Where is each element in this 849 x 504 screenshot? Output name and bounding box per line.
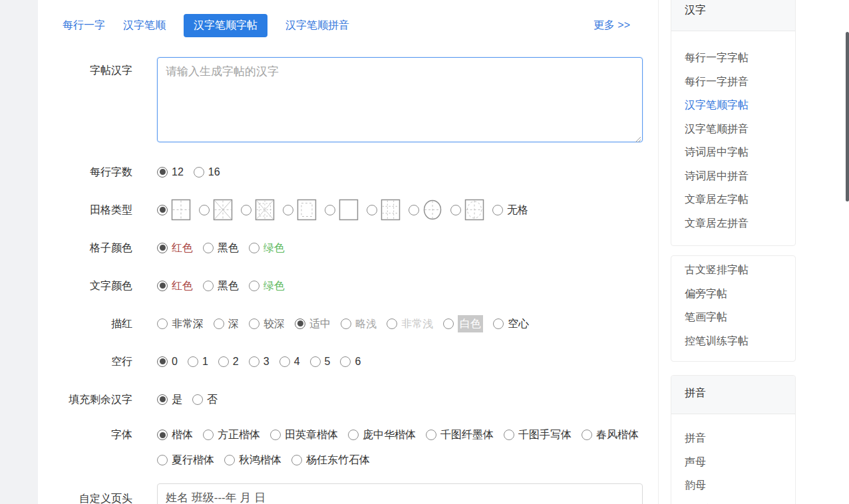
radio-icon bbox=[214, 318, 224, 329]
font-option-qiantu-shouxie[interactable]: 千图手写体 bbox=[504, 426, 572, 443]
font-option-tianyingzhang-kaiti[interactable]: 田英章楷体 bbox=[270, 426, 338, 443]
sidebar-item-poem-center-pinyin[interactable]: 诗词居中拼音 bbox=[671, 164, 795, 188]
sidebar-group-hanzi: 汉字 每行一字字帖 每行一字拼音 汉字笔顺字帖 汉字笔顺拼音 诗词居中字帖 诗词… bbox=[671, 0, 796, 246]
font-option-qiuhong-kaiti[interactable]: 秋鸿楷体 bbox=[224, 451, 281, 469]
empty-lines-option-0[interactable]: 0 bbox=[157, 353, 178, 370]
sidebar-item-per-row-pinyin[interactable]: 每行一字拼音 bbox=[671, 70, 795, 94]
trace-option-dark[interactable]: 深 bbox=[214, 315, 239, 332]
tab-hanzi-stroke-order[interactable]: 汉字笔顺 bbox=[123, 19, 166, 33]
grid-type-option-jiu-gong[interactable] bbox=[367, 199, 401, 221]
yuan-grid-icon bbox=[423, 199, 442, 221]
font-option-kaiti[interactable]: 楷体 bbox=[157, 426, 193, 443]
sidebar-item-stroke-copybook[interactable]: 笔画字帖 bbox=[671, 305, 795, 329]
font-option-pangzhonghua-kaiti[interactable]: 庞中华楷体 bbox=[348, 426, 416, 443]
sidebar-item-stroke-order-copybook[interactable]: 汉字笔顺字帖 bbox=[671, 93, 795, 117]
radio-icon bbox=[340, 356, 351, 367]
trace-option-medium[interactable]: 适中 bbox=[295, 315, 331, 332]
radio-label: 适中 bbox=[309, 315, 331, 332]
trace-option-very-light[interactable]: 非常浅 bbox=[387, 315, 433, 332]
radio-label: 红色 bbox=[172, 277, 193, 295]
grid-type-option-fang[interactable] bbox=[325, 199, 359, 221]
empty-lines-option-1[interactable]: 1 bbox=[188, 353, 208, 370]
radio-label: 秋鸿楷体 bbox=[239, 451, 281, 469]
page-scrollbar-thumb[interactable] bbox=[846, 32, 849, 201]
trace-option-white[interactable]: 白色 bbox=[443, 315, 483, 332]
font-option-chunfeng-kaiti[interactable]: 春风楷体 bbox=[582, 426, 639, 443]
empty-lines-option-5[interactable]: 5 bbox=[310, 353, 331, 370]
copybook-characters-textarea[interactable] bbox=[157, 57, 643, 142]
trace-option-darker[interactable]: 较深 bbox=[249, 315, 285, 332]
per-row-option-16[interactable]: 16 bbox=[194, 164, 220, 181]
sidebar-item-per-row-copybook[interactable]: 每行一字字帖 bbox=[671, 46, 795, 70]
fill-remaining-option-no[interactable]: 否 bbox=[192, 391, 218, 408]
row-text-color: 文字颜色 红色 黑色 绿色 bbox=[38, 275, 658, 297]
sidebar-item-pen-control-copybook[interactable]: 控笔训练字帖 bbox=[671, 329, 795, 353]
radio-icon bbox=[194, 167, 204, 178]
radio-icon bbox=[367, 205, 377, 215]
empty-lines-label: 空行 bbox=[38, 350, 132, 372]
grid-type-option-fang-yuan[interactable] bbox=[450, 199, 484, 221]
radio-icon bbox=[341, 318, 351, 329]
sidebar-item-radical-copybook[interactable]: 偏旁字帖 bbox=[671, 282, 795, 306]
radio-icon bbox=[409, 205, 419, 215]
sidebar-item-article-left-copybook[interactable]: 文章居左字帖 bbox=[671, 188, 795, 211]
sidebar-item-stroke-order-pinyin[interactable]: 汉字笔顺拼音 bbox=[671, 117, 795, 141]
tab-per-row-one-char[interactable]: 每行一字 bbox=[63, 19, 105, 33]
grid-type-option-tian[interactable] bbox=[157, 199, 191, 221]
sidebar-group-special: 古文竖排字帖 偏旁字帖 笔画字帖 控笔训练字帖 bbox=[671, 255, 796, 362]
font-option-xiaxing-kaiti[interactable]: 夏行楷体 bbox=[157, 451, 214, 469]
custom-header-input[interactable] bbox=[157, 483, 643, 504]
grid-color-option-black[interactable]: 黑色 bbox=[203, 239, 239, 257]
fang-grid-icon bbox=[339, 199, 359, 221]
sidebar-item-article-left-pinyin[interactable]: 文章居左拼音 bbox=[671, 211, 795, 235]
radio-label: 3 bbox=[263, 353, 269, 370]
copybook-characters-label: 字帖汉字 bbox=[38, 59, 132, 81]
trace-option-light[interactable]: 略浅 bbox=[341, 315, 377, 332]
grid-type-option-hui[interactable] bbox=[283, 199, 317, 221]
empty-lines-option-4[interactable]: 4 bbox=[279, 353, 300, 370]
empty-lines-option-6[interactable]: 6 bbox=[340, 353, 361, 370]
radio-label: 0 bbox=[172, 353, 178, 370]
sidebar-item-whole-syllables[interactable]: 整体认读 bbox=[671, 497, 795, 504]
radio-icon bbox=[218, 356, 229, 367]
font-option-yangrendong-zhushi[interactable]: 杨任东竹石体 bbox=[291, 451, 370, 469]
grid-type-option-yuan[interactable] bbox=[409, 199, 442, 221]
row-font: 字体 楷体 方正楷体 田英章楷体 庞中华楷体 千图纤墨体 bbox=[38, 426, 658, 469]
trace-option-very-dark[interactable]: 非常深 bbox=[157, 315, 204, 332]
tab-stroke-order-copybook[interactable]: 汉字笔顺字帖 bbox=[184, 14, 267, 37]
radio-label: 4 bbox=[294, 353, 300, 370]
sidebar-item-pinyin[interactable]: 拼音 bbox=[671, 426, 795, 450]
radio-label: 黑色 bbox=[218, 277, 239, 295]
grid-color-option-red[interactable]: 红色 bbox=[157, 239, 193, 257]
text-color-option-red[interactable]: 红色 bbox=[157, 277, 193, 295]
text-color-option-black[interactable]: 黑色 bbox=[203, 277, 239, 295]
text-color-option-green[interactable]: 绿色 bbox=[249, 277, 285, 295]
radio-icon bbox=[279, 356, 290, 367]
sidebar-item-poem-center-copybook[interactable]: 诗词居中字帖 bbox=[671, 140, 795, 164]
trace-option-hollow[interactable]: 空心 bbox=[493, 315, 529, 332]
radio-icon bbox=[249, 281, 259, 291]
fill-remaining-option-yes[interactable]: 是 bbox=[157, 391, 182, 408]
radio-icon bbox=[157, 167, 168, 178]
sidebar-item-classical-vertical-copybook[interactable]: 古文竖排字帖 bbox=[671, 258, 795, 282]
grid-type-option-none[interactable]: 无格 bbox=[492, 201, 528, 219]
tab-stroke-order-pinyin[interactable]: 汉字笔顺拼音 bbox=[285, 19, 349, 33]
radio-icon bbox=[157, 356, 168, 367]
empty-lines-option-3[interactable]: 3 bbox=[249, 353, 269, 370]
empty-lines-option-2[interactable]: 2 bbox=[218, 353, 239, 370]
grid-type-option-mi[interactable] bbox=[199, 199, 233, 221]
font-option-qiantu-xianmo[interactable]: 千图纤墨体 bbox=[426, 426, 494, 443]
font-option-fangzheng-kaiti[interactable]: 方正楷体 bbox=[203, 426, 260, 443]
radio-label: 绿色 bbox=[263, 277, 285, 295]
row-empty-lines: 空行 0 1 2 3 4 5 bbox=[38, 350, 658, 372]
row-chars-per-line: 每行字数 12 16 bbox=[38, 161, 658, 183]
radio-icon bbox=[387, 318, 397, 329]
grid-type-option-hui-mi[interactable] bbox=[241, 199, 275, 221]
per-row-option-12[interactable]: 12 bbox=[157, 164, 184, 181]
more-link[interactable]: 更多 >> bbox=[594, 19, 630, 33]
grid-color-option-green[interactable]: 绿色 bbox=[249, 239, 285, 257]
radio-icon bbox=[157, 243, 168, 253]
radio-label: 夏行楷体 bbox=[172, 451, 214, 469]
sidebar-item-finals[interactable]: 韵母 bbox=[671, 473, 795, 497]
sidebar-item-initials[interactable]: 声母 bbox=[671, 450, 795, 474]
